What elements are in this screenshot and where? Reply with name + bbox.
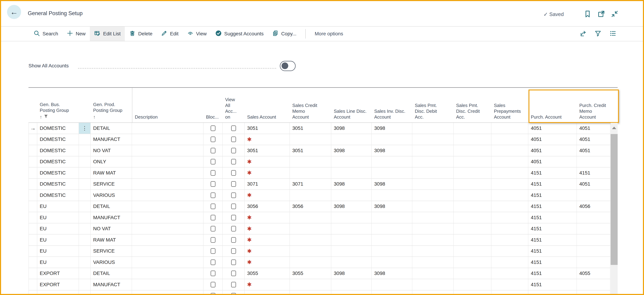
gen-bus-cell[interactable]: EXPORT: [37, 279, 79, 290]
sales-prepayments-cell[interactable]: [492, 123, 528, 134]
sales-inv-disc-cell[interactable]: 3098: [372, 268, 412, 279]
sales-prepayments-cell[interactable]: [492, 201, 528, 212]
new-button[interactable]: New: [62, 27, 90, 41]
gen-bus-cell[interactable]: DOMESTIC: [37, 190, 79, 201]
sales-pmt-disc-credit-cell[interactable]: [454, 134, 492, 145]
sales-account-cell[interactable]: 3051: [245, 123, 290, 134]
description-cell[interactable]: [132, 246, 204, 257]
vertical-scrollbar[interactable]: [610, 123, 618, 295]
row-selector-cell[interactable]: →: [28, 123, 37, 134]
description-cell[interactable]: [132, 179, 204, 190]
purch-credit-memo-cell[interactable]: 4151: [577, 167, 610, 178]
purch-credit-memo-cell[interactable]: [577, 246, 610, 257]
blocked-checkbox-cell[interactable]: [204, 123, 223, 134]
gen-bus-cell[interactable]: EU: [37, 201, 79, 212]
blocked-checkbox-cell[interactable]: [204, 257, 223, 268]
description-cell[interactable]: [132, 290, 204, 295]
sales-account-cell[interactable]: ✱: [245, 134, 290, 145]
sales-prepayments-cell[interactable]: [492, 179, 528, 190]
column-header-view-all[interactable]: View All Acc... on: [223, 88, 245, 122]
view-all-checkbox-cell[interactable]: [223, 257, 245, 268]
blocked-checkbox[interactable]: [210, 181, 216, 187]
blocked-checkbox[interactable]: [210, 259, 216, 265]
scrollbar-thumb[interactable]: [610, 134, 618, 265]
blocked-checkbox[interactable]: [210, 237, 216, 243]
view-all-checkbox-cell[interactable]: [223, 179, 245, 190]
sales-inv-disc-cell[interactable]: [372, 234, 412, 245]
sales-prepayments-cell[interactable]: [492, 290, 528, 295]
sales-line-disc-cell[interactable]: [331, 223, 372, 234]
blocked-checkbox-cell[interactable]: [204, 268, 223, 279]
view-all-checkbox[interactable]: [231, 137, 236, 142]
sales-pmt-disc-credit-cell[interactable]: [454, 234, 492, 245]
description-cell[interactable]: [132, 257, 204, 268]
sales-line-disc-cell[interactable]: [331, 212, 372, 223]
sales-pmt-disc-credit-cell[interactable]: [454, 190, 492, 201]
gen-prod-cell[interactable]: SERVICE: [91, 179, 132, 190]
purch-account-cell[interactable]: 4151: [528, 257, 577, 268]
purch-credit-memo-cell[interactable]: [577, 190, 610, 201]
row-menu-cell[interactable]: [79, 156, 91, 167]
collapse-icon[interactable]: [610, 10, 619, 18]
sales-account-cell[interactable]: ✱: [245, 190, 290, 201]
sales-inv-disc-cell[interactable]: [372, 156, 412, 167]
sales-pmt-disc-debit-cell[interactable]: [412, 123, 454, 134]
blocked-checkbox[interactable]: [210, 248, 216, 254]
column-header-description[interactable]: Description: [132, 88, 204, 122]
sales-credit-memo-cell[interactable]: [290, 190, 331, 201]
purch-credit-memo-cell[interactable]: 4056: [577, 201, 610, 212]
gen-bus-cell[interactable]: EU: [37, 212, 79, 223]
sales-line-disc-cell[interactable]: 3098: [331, 123, 372, 134]
view-all-checkbox-cell[interactable]: [223, 190, 245, 201]
row-selector-cell[interactable]: [28, 167, 37, 178]
description-cell[interactable]: [132, 201, 204, 212]
purch-credit-memo-cell[interactable]: 4055: [577, 268, 610, 279]
purch-credit-memo-cell[interactable]: 4055: [577, 290, 610, 295]
sales-inv-disc-cell[interactable]: [372, 190, 412, 201]
view-all-checkbox[interactable]: [231, 215, 236, 220]
gen-bus-cell[interactable]: EU: [37, 257, 79, 268]
description-cell[interactable]: [132, 223, 204, 234]
view-all-checkbox-cell[interactable]: [223, 156, 245, 167]
copy-button[interactable]: Copy...: [268, 27, 301, 41]
sales-pmt-disc-credit-cell[interactable]: [454, 279, 492, 290]
sales-pmt-disc-debit-cell[interactable]: [412, 201, 454, 212]
sales-prepayments-cell[interactable]: [492, 268, 528, 279]
blocked-checkbox-cell[interactable]: [204, 201, 223, 212]
gen-bus-cell[interactable]: DOMESTIC: [37, 123, 79, 134]
row-selector-cell[interactable]: [28, 201, 37, 212]
sales-pmt-disc-debit-cell[interactable]: [412, 145, 454, 156]
more-options-button[interactable]: More options: [310, 31, 348, 37]
purch-account-cell[interactable]: 4051: [528, 123, 577, 134]
sales-account-cell[interactable]: 3056: [245, 201, 290, 212]
sales-inv-disc-cell[interactable]: 3098: [372, 123, 412, 134]
sales-pmt-disc-debit-cell[interactable]: [412, 212, 454, 223]
blocked-checkbox[interactable]: [210, 293, 216, 295]
gen-prod-cell[interactable]: VARIOUS: [91, 190, 132, 201]
description-cell[interactable]: [132, 268, 204, 279]
view-all-checkbox[interactable]: [231, 181, 236, 187]
blocked-checkbox[interactable]: [210, 215, 216, 220]
row-menu-cell[interactable]: [79, 279, 91, 290]
sales-line-disc-cell[interactable]: [331, 156, 372, 167]
row-menu-cell[interactable]: [79, 268, 91, 279]
gen-bus-cell[interactable]: DOMESTIC: [37, 145, 79, 156]
purch-credit-memo-cell[interactable]: [577, 212, 610, 223]
row-selector-cell[interactable]: [28, 212, 37, 223]
purch-credit-memo-cell[interactable]: 4051: [577, 145, 610, 156]
sales-pmt-disc-credit-cell[interactable]: [454, 156, 492, 167]
purch-account-cell[interactable]: 4151: [528, 179, 577, 190]
blocked-checkbox[interactable]: [210, 137, 216, 142]
sales-pmt-disc-credit-cell[interactable]: [454, 268, 492, 279]
sales-credit-memo-cell[interactable]: [290, 134, 331, 145]
blocked-checkbox[interactable]: [210, 148, 216, 153]
sales-inv-disc-cell[interactable]: [372, 223, 412, 234]
sales-account-cell[interactable]: ✱: [245, 234, 290, 245]
row-menu-cell[interactable]: [79, 134, 91, 145]
sales-pmt-disc-debit-cell[interactable]: [412, 156, 454, 167]
sales-line-disc-cell[interactable]: [331, 257, 372, 268]
purch-account-cell[interactable]: 4151: [528, 246, 577, 257]
sales-account-cell[interactable]: 3051: [245, 145, 290, 156]
sales-line-disc-cell[interactable]: [331, 190, 372, 201]
sales-credit-memo-cell[interactable]: 3055: [290, 268, 331, 279]
